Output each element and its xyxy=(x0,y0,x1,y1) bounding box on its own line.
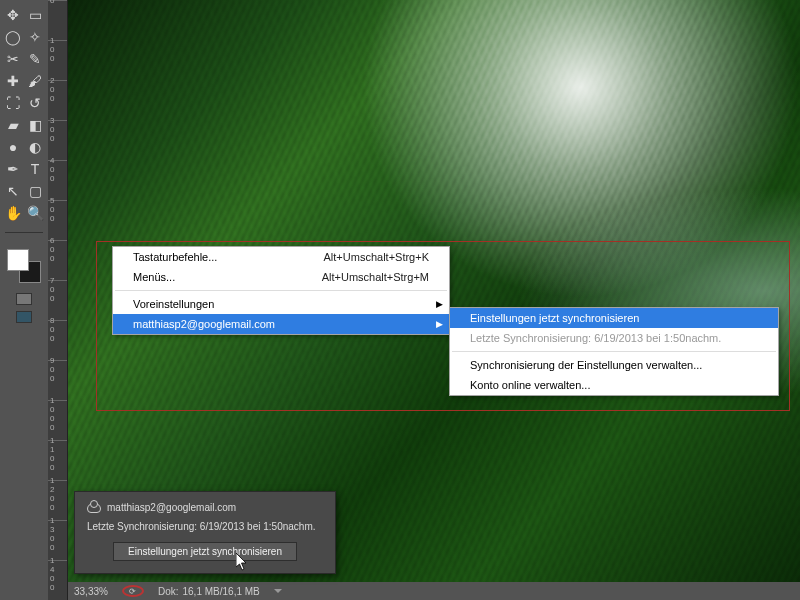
menu-item-label: Menüs... xyxy=(133,271,175,283)
shape-tool[interactable]: ▢ xyxy=(26,182,44,200)
menu-item-shortcut: Alt+Umschalt+Strg+M xyxy=(322,271,429,283)
marquee-tool[interactable]: ▭ xyxy=(26,6,44,24)
status-bar: 33,33% ⟳ Dok: 16,1 MB/16,1 MB xyxy=(68,582,800,600)
hand-tool[interactable]: ✋ xyxy=(4,204,22,222)
move-tool[interactable]: ✥ xyxy=(4,6,22,24)
doc-size[interactable]: Dok: 16,1 MB/16,1 MB xyxy=(158,586,260,597)
stamp-tool[interactable]: ⛶ xyxy=(4,94,22,112)
sync-popup: matthiasp2@googlemail.com Letzte Synchro… xyxy=(74,491,336,574)
dodge-tool[interactable]: ◐ xyxy=(26,138,44,156)
submenu-item-label: Konto online verwalten... xyxy=(470,379,590,391)
quick-mask-toggle[interactable] xyxy=(16,293,32,305)
heal-tool[interactable]: ✚ xyxy=(4,72,22,90)
menu-item[interactable]: matthiasp2@googlemail.com▶ xyxy=(113,314,449,334)
submenu-item[interactable]: Konto online verwalten... xyxy=(450,375,778,395)
blur-tool[interactable]: ● xyxy=(4,138,22,156)
type-tool[interactable]: T xyxy=(26,160,44,178)
menu-separator xyxy=(115,290,447,291)
sync-now-button[interactable]: Einstellungen jetzt synchronisieren xyxy=(113,542,297,561)
zoom-level[interactable]: 33,33% xyxy=(74,586,108,597)
tool-separator xyxy=(5,232,43,233)
brush-tool[interactable]: 🖌 xyxy=(26,72,44,90)
vertical-ruler: 0100200300400500600700800900100011001200… xyxy=(48,0,68,600)
wand-tool[interactable]: ✧ xyxy=(26,28,44,46)
menu-item-label: Tastaturbefehle... xyxy=(133,251,217,263)
foreground-swatch[interactable] xyxy=(7,249,29,271)
context-menu: Tastaturbefehle...Alt+Umschalt+Strg+KMen… xyxy=(112,246,450,335)
gradient-tool[interactable]: ◧ xyxy=(26,116,44,134)
context-submenu: Einstellungen jetzt synchronisierenLetzt… xyxy=(449,307,779,396)
menu-item[interactable]: Voreinstellungen▶ xyxy=(113,294,449,314)
submenu-arrow-icon: ▶ xyxy=(436,319,443,329)
screen-mode-toggle[interactable] xyxy=(16,311,32,323)
menu-item-shortcut: Alt+Umschalt+Strg+K xyxy=(324,251,429,263)
pen-tool[interactable]: ✒ xyxy=(4,160,22,178)
eraser-tool[interactable]: ▰ xyxy=(4,116,22,134)
sync-status-icon[interactable]: ⟳ xyxy=(122,585,144,597)
submenu-item-label: Synchronisierung der Einstellungen verwa… xyxy=(470,359,702,371)
popup-last-sync: Letzte Synchronisierung: 6/19/2013 bei 1… xyxy=(87,521,323,532)
zoom-value: 33,33% xyxy=(74,586,108,597)
menu-item[interactable]: Menüs...Alt+Umschalt+Strg+M xyxy=(113,267,449,287)
lasso-tool[interactable]: ◯ xyxy=(4,28,22,46)
menu-item[interactable]: Tastaturbefehle...Alt+Umschalt+Strg+K xyxy=(113,247,449,267)
submenu-item-label: Einstellungen jetzt synchronisieren xyxy=(470,312,639,324)
submenu-arrow-icon: ▶ xyxy=(436,299,443,309)
menu-item-label: matthiasp2@googlemail.com xyxy=(133,318,275,330)
popup-account: matthiasp2@googlemail.com xyxy=(107,502,236,513)
submenu-item: Letzte Synchronisierung: 6/19/2013 bei 1… xyxy=(450,328,778,348)
submenu-item[interactable]: Synchronisierung der Einstellungen verwa… xyxy=(450,355,778,375)
statusbar-menu-arrow-icon[interactable] xyxy=(274,589,282,593)
color-swatches[interactable] xyxy=(7,249,41,283)
menu-item-label: Voreinstellungen xyxy=(133,298,214,310)
submenu-item-label: Letzte Synchronisierung: 6/19/2013 bei 1… xyxy=(470,332,721,344)
cloud-icon xyxy=(87,503,101,513)
path-select-tool[interactable]: ↖ xyxy=(4,182,22,200)
tool-palette: ✥▭ ◯✧ ✂✎ ✚🖌 ⛶↺ ▰◧ ●◐ ✒T ↖▢ ✋🔍 xyxy=(0,0,48,600)
doc-value: 16,1 MB/16,1 MB xyxy=(182,586,259,597)
menu-separator xyxy=(452,351,776,352)
crop-tool[interactable]: ✂ xyxy=(4,50,22,68)
doc-label: Dok: xyxy=(158,586,179,597)
submenu-item[interactable]: Einstellungen jetzt synchronisieren xyxy=(450,308,778,328)
eyedropper-tool[interactable]: ✎ xyxy=(26,50,44,68)
history-brush-tool[interactable]: ↺ xyxy=(26,94,44,112)
zoom-tool[interactable]: 🔍 xyxy=(26,204,44,222)
